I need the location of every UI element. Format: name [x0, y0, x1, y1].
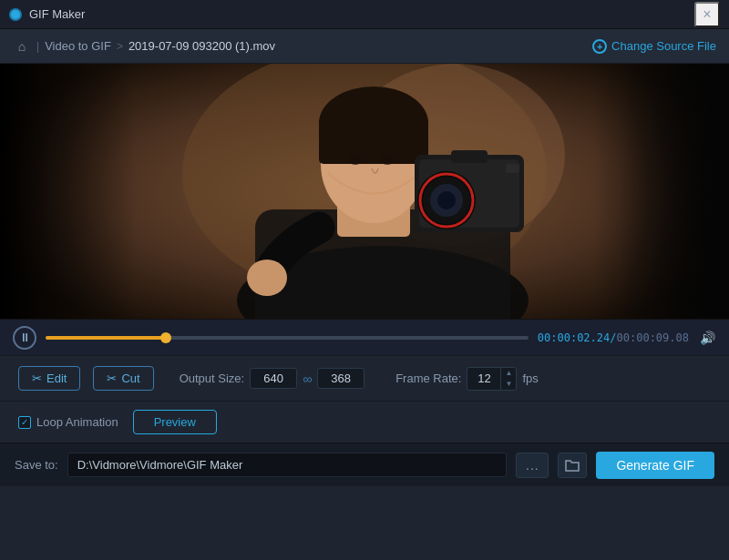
cut-label: Cut: [121, 372, 139, 385]
fps-up-arrow[interactable]: ▲: [501, 368, 516, 379]
time-sep: /: [610, 331, 616, 344]
change-source-icon: +: [592, 39, 607, 54]
controls-bar: ⏸ 00:00:02.24/00:00:09.08 🔊: [0, 319, 729, 355]
current-time: 00:00:02.24/00:00:09.08: [538, 331, 689, 344]
edit-label: Edit: [46, 372, 67, 385]
app-title: GIF Maker: [29, 7, 85, 21]
loop-bar: ✓ Loop Animation Preview: [0, 401, 729, 443]
svg-point-18: [437, 191, 456, 209]
loop-animation-checkbox[interactable]: ✓: [18, 416, 31, 429]
svg-rect-20: [506, 164, 519, 173]
frame-rate-label: Frame Rate:: [395, 372, 461, 385]
breadcrumb-bar: ⌂ | Video to GIF > 2019-07-09 093200 (1)…: [0, 29, 729, 64]
breadcrumb-left: ⌂ | Video to GIF > 2019-07-09 093200 (1)…: [13, 37, 275, 56]
svg-rect-8: [319, 118, 428, 164]
svg-point-10: [380, 154, 395, 165]
fps-down-arrow[interactable]: ▼: [501, 379, 516, 390]
edit-bar: ✂ Edit ✂ Cut Output Size: ∞ Frame Rate: …: [0, 355, 729, 401]
title-bar-left: GIF Maker: [9, 7, 85, 21]
preview-button[interactable]: Preview: [133, 410, 217, 434]
loop-animation-checkbox-wrap[interactable]: ✓ Loop Animation: [18, 415, 118, 429]
cut-icon: ✂: [107, 372, 117, 385]
fps-unit: fps: [522, 372, 538, 385]
generate-gif-button[interactable]: Generate GIF: [596, 452, 714, 479]
svg-point-12: [247, 260, 287, 296]
breadcrumb-filename: 2019-07-09 093200 (1).mov: [128, 39, 275, 53]
video-frame: [0, 64, 729, 319]
progress-thumb: [160, 332, 171, 343]
height-input[interactable]: [317, 368, 364, 389]
svg-rect-19: [451, 150, 488, 163]
breadcrumb-videotogif[interactable]: Video to GIF: [45, 39, 111, 53]
cut-button[interactable]: ✂ Cut: [93, 366, 153, 391]
breadcrumb-sep2: >: [117, 40, 123, 53]
fps-arrows: ▲ ▼: [500, 368, 516, 390]
progress-bar[interactable]: [46, 336, 529, 340]
fps-input-wrap: ▲ ▼: [467, 367, 517, 391]
video-thumbnail: [0, 64, 729, 319]
play-pause-button[interactable]: ⏸: [13, 326, 36, 350]
svg-rect-23: [592, 64, 729, 319]
time-current: 00:00:02.24: [538, 331, 610, 344]
svg-rect-22: [0, 64, 137, 319]
save-bar: Save to: ... Generate GIF: [0, 443, 729, 486]
save-to-label: Save to:: [15, 458, 58, 472]
home-icon[interactable]: ⌂: [13, 37, 31, 56]
change-source-label: Change Source File: [611, 39, 716, 53]
output-size-section: Output Size: ∞: [180, 368, 365, 389]
video-area: [0, 64, 729, 319]
app-icon: [9, 8, 22, 21]
time-total: 00:00:09.08: [617, 331, 689, 344]
change-source-button[interactable]: + Change Source File: [592, 39, 716, 54]
progress-fill: [46, 336, 166, 340]
link-icon: ∞: [303, 372, 312, 386]
svg-point-9: [348, 154, 363, 165]
edit-icon: ✂: [32, 372, 42, 385]
title-bar: GIF Maker ×: [0, 0, 729, 29]
browse-button[interactable]: ...: [516, 453, 549, 478]
folder-icon: [565, 459, 580, 472]
frame-rate-section: Frame Rate: ▲ ▼ fps: [395, 367, 539, 391]
volume-icon[interactable]: 🔊: [698, 329, 716, 347]
close-button[interactable]: ×: [694, 2, 720, 27]
save-path-input[interactable]: [67, 453, 508, 477]
breadcrumb-sep1: |: [36, 40, 39, 53]
loop-animation-label: Loop Animation: [36, 415, 118, 429]
edit-button[interactable]: ✂ Edit: [18, 366, 80, 391]
open-folder-button[interactable]: [558, 453, 587, 478]
width-input[interactable]: [250, 368, 297, 389]
fps-input[interactable]: [467, 369, 500, 388]
output-size-label: Output Size:: [180, 372, 245, 385]
